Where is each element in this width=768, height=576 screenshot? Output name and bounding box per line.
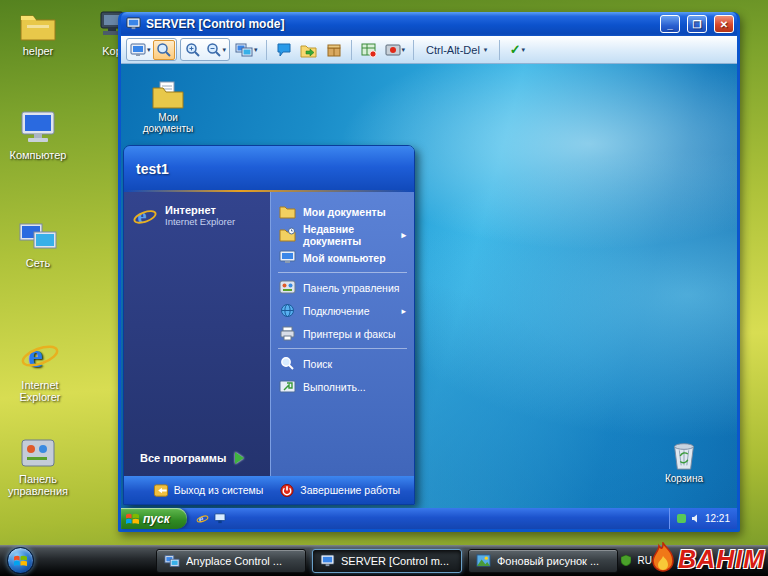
monitor-icon xyxy=(18,110,58,146)
dual-monitor-icon xyxy=(164,554,180,568)
start-menu-item-my-documents[interactable]: Мои документы xyxy=(275,200,410,223)
close-button[interactable]: ✕ xyxy=(714,15,734,33)
desktop-icon-internet-explorer[interactable]: e Internet Explorer xyxy=(4,334,76,403)
minimize-button[interactable]: _ xyxy=(660,15,680,33)
package-button[interactable] xyxy=(323,40,345,60)
window-icon xyxy=(126,17,141,31)
dropdown-arrow-icon: ▾ xyxy=(254,46,258,54)
remote-control-toolbar: ▾ ▾ ▾ xyxy=(121,36,737,64)
desktop-icon-computer[interactable]: Компьютер xyxy=(2,110,74,161)
monitor-icon xyxy=(130,42,146,58)
menu-item-label: Выполнить... xyxy=(303,381,366,393)
remote-icon-label: Мои документы xyxy=(135,112,201,134)
menu-item-label: Подключение xyxy=(303,305,370,317)
menu-item-label: Мои документы xyxy=(303,206,386,218)
internet-item-title: Интернет xyxy=(165,204,235,217)
internet-explorer-icon[interactable]: e xyxy=(196,512,209,525)
submenu-arrow-icon: ▸ xyxy=(401,306,406,316)
remote-tools-button[interactable] xyxy=(358,40,380,60)
maximize-button[interactable]: ❐ xyxy=(687,15,707,33)
computer-icon xyxy=(279,250,296,265)
dropdown-arrow-icon: ▾ xyxy=(223,46,227,54)
dropdown-arrow-icon: ▾ xyxy=(484,46,488,54)
remote-recycle-bin-icon[interactable]: Корзина xyxy=(651,439,717,484)
start-menu-left-column: e Интернет Internet Explorer Все програм… xyxy=(124,192,270,476)
screen-record-button[interactable]: ▾ xyxy=(383,40,408,60)
magnifier-icon xyxy=(156,42,172,58)
server-control-window: SERVER [Control mode] _ ❐ ✕ ▾ ▾ ▾ xyxy=(118,12,740,532)
remote-my-documents-icon[interactable]: Мои документы xyxy=(135,80,201,134)
log-off-button[interactable]: Выход из системы xyxy=(153,483,264,498)
remote-start-button[interactable]: пуск xyxy=(121,508,187,529)
taskbar-button-label: SERVER [Control m... xyxy=(341,555,449,567)
start-menu-footer: Выход из системы Завершение работы xyxy=(124,476,414,504)
picture-icon xyxy=(476,554,491,567)
connection-status-button[interactable]: ✓ ▾ xyxy=(506,40,528,60)
file-transfer-button[interactable] xyxy=(298,40,320,60)
dropdown-arrow-icon: ▾ xyxy=(522,46,526,54)
windows-flag-icon xyxy=(126,513,139,525)
start-menu-item-search[interactable]: Поиск xyxy=(275,352,410,375)
zoom-view-button[interactable] xyxy=(153,40,175,60)
all-programs-button[interactable]: Все программы xyxy=(124,445,270,472)
shut-down-label: Завершение работы xyxy=(300,484,400,496)
ctrl-alt-del-label: Ctrl-Alt-Del xyxy=(426,44,480,56)
screen-mode-button[interactable]: ▾ xyxy=(128,40,153,60)
taskbar-buttons: Anyplace Control ... SERVER [Control m..… xyxy=(156,549,618,573)
svg-text:e: e xyxy=(28,337,43,374)
window-title: SERVER [Control mode] xyxy=(146,17,653,31)
start-menu-item-recent-documents[interactable]: Недавние документы ▸ xyxy=(275,223,410,246)
desktop-icon-control-panel[interactable]: Панель управления xyxy=(2,438,74,497)
view-mode-group: ▾ xyxy=(126,38,177,61)
zoom-in-button[interactable] xyxy=(182,40,204,60)
green-arrow-icon xyxy=(235,452,244,464)
start-menu-item-control-panel[interactable]: Панель управления xyxy=(275,276,410,299)
toolbar-separator xyxy=(413,40,414,60)
desktop-icon-label: Internet Explorer xyxy=(4,379,76,403)
ctrl-alt-del-button[interactable]: Ctrl-Alt-Del ▾ xyxy=(420,39,493,60)
control-panel-icon xyxy=(19,438,57,470)
menu-item-label: Мой компьютер xyxy=(303,252,386,264)
shut-down-button[interactable]: Завершение работы xyxy=(279,483,400,498)
grid-record-icon xyxy=(361,42,377,58)
taskbar-button-server-control[interactable]: SERVER [Control m... xyxy=(312,549,462,573)
remote-quick-launch: e xyxy=(187,508,235,529)
toolbar-separator xyxy=(499,40,500,60)
remote-desktop-viewport[interactable]: Мои документы Корзина test1 e Интернет I… xyxy=(121,64,737,508)
folder-transfer-icon xyxy=(300,42,317,58)
monitors-switch-button[interactable]: ▾ xyxy=(233,40,260,60)
folder-icon xyxy=(279,204,296,219)
start-menu-item-connections[interactable]: Подключение ▸ xyxy=(275,299,410,322)
printer-icon xyxy=(279,326,296,341)
magnifier-plus-icon xyxy=(185,42,201,58)
taskbar-button-wallpaper[interactable]: Фоновый рисунок ... xyxy=(468,549,618,573)
show-desktop-icon[interactable] xyxy=(214,513,226,524)
desktop-icon-helper[interactable]: helper xyxy=(2,8,74,57)
windows-flag-icon xyxy=(14,555,27,567)
zoom-out-button[interactable]: ▾ xyxy=(204,40,229,60)
desktop-icon-label: Компьютер xyxy=(10,149,67,161)
start-menu-item-internet[interactable]: e Интернет Internet Explorer xyxy=(124,200,270,232)
remote-system-tray[interactable]: 12:21 xyxy=(669,508,737,529)
start-menu-item-my-computer[interactable]: Мой компьютер xyxy=(275,246,410,269)
site-watermark: BAHIM xyxy=(648,542,765,576)
start-menu-item-run[interactable]: Выполнить... xyxy=(275,375,410,398)
window-titlebar[interactable]: SERVER [Control mode] _ ❐ ✕ xyxy=(121,12,737,36)
zoom-group: ▾ xyxy=(180,38,231,61)
start-menu-username: test1 xyxy=(136,161,169,177)
start-menu-item-printers[interactable]: Принтеры и факсы xyxy=(275,322,410,345)
svg-text:e: e xyxy=(138,205,147,227)
network-icon xyxy=(18,220,58,254)
taskbar-button-anyplace-control[interactable]: Anyplace Control ... xyxy=(156,549,306,573)
dual-monitor-icon xyxy=(235,42,253,58)
submenu-arrow-icon: ▸ xyxy=(401,230,406,240)
monitor-icon xyxy=(320,554,335,568)
dropdown-arrow-icon: ▾ xyxy=(147,46,151,54)
remote-taskbar: пуск e 12:21 xyxy=(121,508,737,529)
menu-separator xyxy=(278,272,407,273)
toolbar-separator xyxy=(266,40,267,60)
remote-clock: 12:21 xyxy=(705,513,730,524)
start-orb-button[interactable] xyxy=(7,547,34,574)
chat-button[interactable] xyxy=(273,40,295,60)
desktop-icon-network[interactable]: Сеть xyxy=(2,220,74,269)
